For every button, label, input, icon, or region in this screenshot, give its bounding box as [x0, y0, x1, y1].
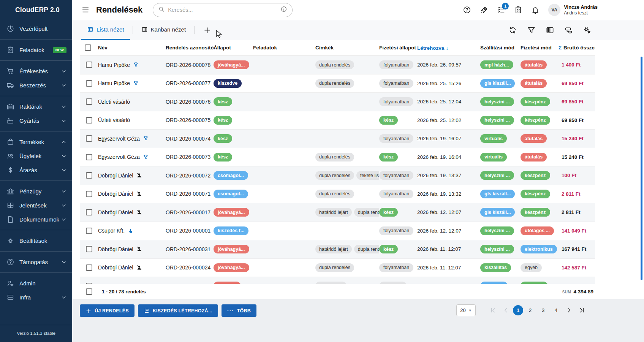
sidebar-item-beallitasok[interactable]: Beállítások — [0, 234, 72, 248]
table-row[interactable] — [80, 277, 595, 284]
table-settings-icon[interactable] — [583, 26, 592, 35]
table-row[interactable]: Döbrögi DánielORD-2026-000072csomagol...… — [80, 166, 595, 185]
row-checkbox[interactable] — [86, 135, 92, 142]
avatar[interactable]: VA — [548, 4, 560, 16]
table-row[interactable]: Döbrögi DánielORD-2026-000071csomagol...… — [80, 185, 595, 204]
column-header-allapot[interactable]: Állapot — [214, 45, 253, 51]
sidebar-item-gyartas[interactable]: Gyártás — [0, 114, 72, 128]
sidebar-item-penzugy[interactable]: Pénzügy — [0, 184, 72, 198]
sidebar-item-dokumentumok[interactable]: Dokumentumok — [0, 212, 72, 226]
sidebar-item-admin[interactable]: Admin — [0, 276, 72, 290]
search-input[interactable] — [168, 7, 277, 13]
row-checkbox[interactable] — [86, 246, 92, 252]
table-row[interactable]: Egyszervolt GézaORD-2026-000074készfolya… — [80, 130, 595, 148]
more-button[interactable]: ··· TÖBB — [222, 304, 256, 317]
bell-icon[interactable] — [531, 6, 540, 14]
column-header-letrehozva[interactable]: Létrehozva↓ — [417, 45, 480, 51]
help-icon[interactable] — [463, 6, 471, 14]
sidebar-item-ertekesites[interactable]: Értékesítés — [0, 64, 72, 78]
payment-status-cell: folyamatban — [379, 171, 417, 180]
table-footer-row: 1 - 20 / 78 rendelés SUM 4 394 89 — [80, 284, 595, 299]
refresh-icon[interactable] — [508, 26, 517, 35]
column-label: Feladatok — [253, 45, 277, 51]
column-header-nev[interactable]: Név — [98, 45, 166, 51]
payment-status-cell: kész — [379, 116, 417, 125]
finance-icon — [6, 187, 14, 195]
checklist-icon[interactable]: 1 — [497, 6, 505, 14]
sidebar-item-jelentesek[interactable]: Jelentések — [0, 198, 72, 212]
page-button-4[interactable]: 4 — [550, 305, 562, 316]
select-all-checkbox[interactable] — [86, 288, 92, 295]
table-row[interactable]: Egyszervolt GézaORD-2026-000073készdupla… — [80, 148, 595, 167]
row-checkbox[interactable] — [86, 191, 92, 197]
sidebar-item-infra[interactable]: Infra — [0, 290, 72, 304]
row-checkbox[interactable] — [86, 117, 92, 124]
sidebar-item-tamogatas[interactable]: Támogatás — [0, 255, 72, 269]
next-page-button[interactable] — [563, 305, 575, 316]
payment-method-cell: átutalás — [521, 134, 559, 143]
page-button-3[interactable]: 3 — [537, 305, 549, 316]
column-header-feladatok[interactable]: Feladatok — [253, 45, 315, 51]
select-all-checkbox[interactable] — [85, 44, 91, 51]
rocket-icon[interactable] — [480, 6, 488, 14]
table-row[interactable]: Csupor Kft.ORD-2026-000001kiszedés f...f… — [80, 222, 595, 241]
sidebar-item-beszerzes[interactable]: Beszerzés — [0, 78, 72, 92]
table-row[interactable]: Döbrögi DánielORD-2026-000031jóváhagyá..… — [80, 240, 595, 259]
info-icon[interactable] — [280, 6, 287, 14]
sidebar-item-arazas[interactable]: Árazás — [0, 163, 72, 177]
customer-name-cell: Döbrögi Dániel — [98, 172, 166, 179]
clipboard-icon[interactable] — [514, 6, 522, 14]
column-header-brutto-osszeg[interactable]: ΣBruttó összeg — [559, 45, 595, 51]
add-view-icon[interactable] — [203, 26, 211, 34]
first-page-button[interactable] — [487, 305, 499, 316]
vertical-scrollbar[interactable] — [641, 57, 642, 280]
row-checkbox[interactable] — [86, 62, 92, 68]
column-header-fizetesi-allapot[interactable]: Fizetési állapot — [379, 45, 417, 51]
prev-page-button[interactable] — [500, 305, 512, 316]
sidebar-item-ugyfelek[interactable]: Ügyfelek — [0, 149, 72, 163]
table-row[interactable]: Hamu PipőkeORD-2026-000077kiszedvedupla … — [80, 74, 595, 93]
row-checkbox[interactable] — [86, 209, 92, 215]
row-checkbox[interactable] — [86, 154, 92, 160]
new-order-button[interactable]: ÚJ RENDELÉS — [80, 304, 134, 317]
column-header-fizetesi-mod[interactable]: Fizetési mód — [521, 45, 559, 51]
grouping-icon[interactable] — [564, 26, 573, 35]
table-row[interactable]: Üzleti vásárlóORD-2026-000076készfolyama… — [80, 93, 595, 111]
page-button-1[interactable]: 1 — [513, 305, 523, 315]
columns-icon[interactable] — [546, 26, 554, 35]
row-checkbox[interactable] — [86, 283, 92, 284]
page-button-2[interactable]: 2 — [524, 305, 536, 316]
row-checkbox[interactable] — [86, 172, 92, 179]
footer-checkbox-cell — [80, 288, 98, 295]
sidebar-item-raktarak[interactable]: Raktárak — [0, 100, 72, 114]
page-size-select[interactable]: 20 ▼ — [456, 304, 476, 316]
create-picking-button[interactable]: KISZEDÉS LÉTREHOZÁ... — [138, 304, 218, 317]
column-header-szallitasi-mod[interactable]: Szállítási mód — [480, 45, 521, 51]
row-checkbox[interactable] — [86, 80, 92, 87]
user-menu[interactable]: VA Vincze András Andris teszt — [548, 4, 598, 16]
row-checkbox[interactable] — [86, 98, 92, 105]
tab-list-view[interactable]: Lista nézet — [81, 20, 130, 40]
row-checkbox[interactable] — [86, 228, 92, 234]
blocked-user-icon — [136, 191, 142, 197]
table-row[interactable]: Hamu PipőkeORD-2026-000078jóváhagyá...du… — [80, 56, 595, 74]
row-checkbox[interactable] — [86, 264, 92, 271]
table-row[interactable]: Döbrögi DánielORD-2026-000024jóváhagyá..… — [80, 259, 595, 277]
chevron-down-icon: ▼ — [468, 309, 472, 312]
sidebar-item-vezerlopult[interactable]: Vezérlőpult — [0, 22, 72, 36]
last-page-button[interactable] — [576, 305, 588, 316]
column-header-cimkek[interactable]: Címkék — [315, 45, 379, 51]
tab-kanban-view[interactable]: Kanban nézet — [136, 20, 192, 40]
sidebar-item-feladatok[interactable]: FeladatokNEW — [0, 43, 72, 57]
customer-name-cell: Döbrögi Dániel — [98, 264, 166, 271]
sidebar-item-termekek[interactable]: Termékek — [0, 135, 72, 149]
filter-icon[interactable] — [527, 26, 536, 35]
blocked-user-icon — [136, 209, 142, 215]
column-header-checkbox[interactable] — [80, 44, 98, 51]
table-row[interactable]: Üzleti vásárlóORD-2026-000075készkész202… — [80, 111, 595, 130]
sales-cart-icon — [6, 67, 14, 75]
menu-icon[interactable] — [81, 6, 90, 14]
column-header-rendeles-azonosito[interactable]: Rendelés azonosító — [166, 45, 214, 51]
table-row[interactable]: Döbrögi DánielORD-2026-000017jóváhagyá..… — [80, 203, 595, 222]
payment-method-pill: készpénz — [521, 97, 550, 106]
